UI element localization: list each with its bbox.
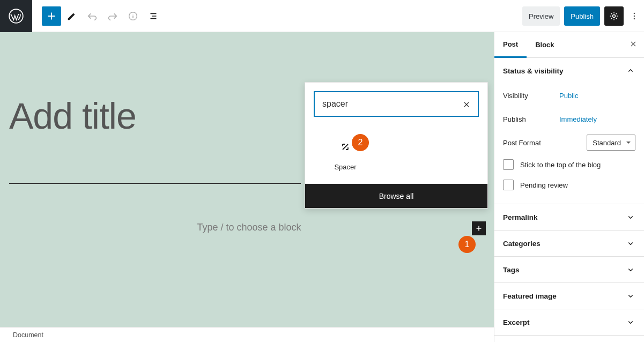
plus-icon bbox=[46, 10, 57, 22]
sidebar-tabs: Post Block bbox=[494, 32, 644, 58]
breadcrumb-bar: Document bbox=[0, 327, 494, 342]
chevron-down-icon bbox=[626, 239, 635, 248]
preview-button[interactable]: Preview bbox=[522, 6, 560, 26]
block-inserter-panel: Spacer Browse all bbox=[305, 82, 488, 209]
breadcrumb-item[interactable]: Document bbox=[13, 331, 43, 339]
settings-sidebar: Post Block Status & visibility Visibilit… bbox=[494, 32, 644, 342]
panel-tags-header[interactable]: Tags bbox=[494, 257, 644, 282]
svg-point-0 bbox=[9, 9, 23, 23]
publish-value-link[interactable]: Immediately bbox=[559, 115, 597, 123]
block-result-label: Spacer bbox=[316, 163, 375, 171]
panel-categories-header[interactable]: Categories bbox=[494, 231, 644, 256]
pending-checkbox[interactable]: Pending review bbox=[503, 175, 635, 195]
separator-block[interactable] bbox=[9, 183, 301, 184]
post-format-select[interactable]: Standard bbox=[587, 135, 635, 151]
outline-button[interactable] bbox=[144, 6, 163, 26]
settings-button[interactable] bbox=[604, 6, 624, 26]
annotation-badge-2: 2 bbox=[352, 134, 369, 151]
browse-all-button[interactable]: Browse all bbox=[305, 184, 487, 208]
tab-post[interactable]: Post bbox=[494, 32, 527, 58]
more-menu-button[interactable] bbox=[628, 6, 641, 26]
panel-status: Status & visibility Visibility Public Pu… bbox=[494, 58, 644, 204]
panel-title: Status & visibility bbox=[503, 67, 564, 75]
redo-icon bbox=[107, 10, 119, 22]
panel-title: Excerpt bbox=[503, 318, 530, 326]
pencil-icon bbox=[66, 10, 78, 22]
svg-point-5 bbox=[634, 18, 635, 20]
add-block-button[interactable] bbox=[42, 6, 61, 26]
visibility-label: Visibility bbox=[503, 92, 559, 100]
chevron-down-icon bbox=[626, 291, 635, 301]
panel-title: Categories bbox=[503, 240, 541, 248]
visibility-value-link[interactable]: Public bbox=[559, 92, 578, 100]
workspace: Add title Type / to choose a block Space… bbox=[0, 32, 644, 342]
undo-button[interactable] bbox=[83, 6, 102, 26]
pending-label: Pending review bbox=[520, 181, 568, 189]
panel-title: Featured image bbox=[503, 292, 557, 300]
close-icon bbox=[462, 100, 471, 109]
close-sidebar-button[interactable] bbox=[629, 40, 638, 51]
close-icon bbox=[629, 40, 638, 48]
checkbox-icon bbox=[503, 180, 514, 190]
publish-button[interactable]: Publish bbox=[564, 6, 600, 26]
svg-point-4 bbox=[634, 16, 635, 17]
annotation-badge-1: 1 bbox=[458, 236, 476, 253]
svg-point-2 bbox=[613, 15, 616, 18]
panel-status-header[interactable]: Status & visibility bbox=[494, 58, 644, 84]
block-search-input[interactable] bbox=[314, 91, 479, 117]
post-format-label: Post Format bbox=[503, 139, 559, 147]
top-toolbar: Preview Publish bbox=[0, 0, 644, 32]
panel-featured-header[interactable]: Featured image bbox=[494, 283, 644, 309]
publish-label: Publish bbox=[503, 115, 559, 123]
info-button[interactable] bbox=[123, 6, 143, 26]
plus-icon bbox=[474, 224, 484, 233]
tab-block[interactable]: Block bbox=[527, 32, 562, 58]
publish-actions: Preview Publish bbox=[522, 0, 641, 32]
info-icon bbox=[127, 10, 139, 22]
spacer-icon bbox=[339, 140, 352, 153]
chevron-down-icon bbox=[626, 317, 635, 327]
post-title-input[interactable]: Add title bbox=[9, 95, 136, 137]
panel-excerpt-header[interactable]: Excerpt bbox=[494, 309, 644, 335]
stick-label: Stick to the top of the blog bbox=[520, 161, 601, 169]
wordpress-logo[interactable] bbox=[0, 0, 32, 32]
chevron-down-icon bbox=[626, 265, 635, 274]
redo-button[interactable] bbox=[103, 6, 122, 26]
svg-point-3 bbox=[634, 13, 635, 14]
wordpress-icon bbox=[9, 9, 24, 24]
gear-icon bbox=[609, 11, 619, 21]
undo-icon bbox=[86, 10, 98, 22]
edit-mode-button[interactable] bbox=[62, 6, 82, 26]
inline-add-block-button[interactable] bbox=[472, 221, 486, 235]
checkbox-icon bbox=[503, 159, 514, 170]
editor-canvas: Add title Type / to choose a block Space… bbox=[0, 32, 494, 342]
chevron-up-icon bbox=[626, 66, 635, 76]
kebab-icon bbox=[629, 11, 640, 21]
panel-permalink-header[interactable]: Permalink bbox=[494, 204, 644, 230]
stick-checkbox[interactable]: Stick to the top of the blog bbox=[503, 154, 635, 175]
list-icon bbox=[147, 10, 159, 22]
clear-search-button[interactable] bbox=[462, 100, 471, 109]
panel-title: Tags bbox=[503, 266, 520, 274]
editor-tools bbox=[42, 6, 163, 26]
paragraph-placeholder[interactable]: Type / to choose a block bbox=[9, 222, 489, 233]
panel-title: Permalink bbox=[503, 213, 538, 221]
chevron-down-icon bbox=[626, 212, 635, 222]
